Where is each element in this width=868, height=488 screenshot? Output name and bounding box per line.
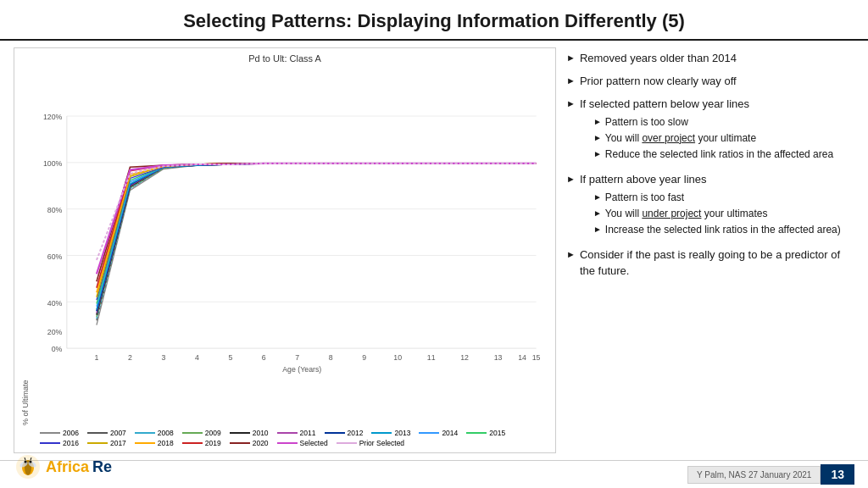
sub-bullet-arrow-4-1: ► bbox=[593, 191, 602, 204]
svg-text:0%: 0% bbox=[52, 345, 63, 353]
svg-text:4: 4 bbox=[195, 353, 199, 362]
svg-text:7: 7 bbox=[295, 353, 299, 362]
svg-text:80%: 80% bbox=[47, 206, 63, 214]
legend-2020: 2020 bbox=[230, 439, 269, 447]
bee-logo-icon bbox=[14, 452, 42, 481]
legend-2018: 2018 bbox=[135, 439, 174, 447]
bullet-3: ► If selected pattern below year lines ►… bbox=[566, 97, 854, 165]
svg-text:60%: 60% bbox=[47, 252, 63, 261]
svg-text:8: 8 bbox=[329, 353, 333, 362]
legend-line-2012 bbox=[325, 432, 345, 434]
legend-line-prior-selected bbox=[337, 442, 357, 444]
bullet-arrow-3: ► bbox=[566, 97, 576, 111]
legend-line-2009 bbox=[182, 432, 203, 434]
svg-text:5: 5 bbox=[228, 353, 232, 362]
svg-point-35 bbox=[25, 461, 27, 463]
legend-line-2010 bbox=[230, 432, 250, 434]
svg-point-36 bbox=[30, 461, 32, 463]
legend-2008: 2008 bbox=[135, 429, 174, 437]
sub-bullet-text-3-2: You will over project your ultimate bbox=[605, 131, 756, 146]
legend-line-2016 bbox=[40, 442, 60, 444]
sub-bullet-text-3-1: Pattern is too slow bbox=[605, 115, 688, 130]
header: Selecting Patterns: Displaying Informati… bbox=[0, 0, 868, 41]
chart-wrapper: % of Ultimate 120% 100% bbox=[19, 67, 550, 425]
sub-bullet-arrow-4-2: ► bbox=[593, 208, 602, 220]
svg-text:40%: 40% bbox=[47, 299, 63, 308]
chart-inner: 120% 100% 80% 60% 40% 20% 0% 1 2 3 4 5 6 bbox=[30, 67, 550, 425]
sub-bullets-3: ► Pattern is too slow ► You will over pr… bbox=[593, 115, 833, 163]
bullet-block-3: If selected pattern below year lines ► P… bbox=[580, 97, 833, 165]
legend-line-2020 bbox=[230, 442, 250, 444]
legend-2013: 2013 bbox=[371, 429, 410, 437]
right-panel: ► Removed years older than 2014 ► Prior … bbox=[566, 47, 854, 453]
sub-bullet-3-2: ► You will over project your ultimate bbox=[593, 131, 833, 146]
bullet-text-5: Consider if the past is really going to … bbox=[580, 247, 854, 280]
sub-bullet-text-3-3: Reduce the selected link ratios in the a… bbox=[605, 147, 833, 162]
legend-2019: 2019 bbox=[182, 439, 221, 447]
legend-2015: 2015 bbox=[466, 429, 505, 437]
sub-bullet-3-3: ► Reduce the selected link ratios in the… bbox=[593, 147, 833, 162]
legend-line-selected bbox=[277, 442, 298, 444]
y-axis-label: % of Ultimate bbox=[19, 67, 30, 425]
legend-line-2007 bbox=[87, 432, 108, 434]
legend-line-2011 bbox=[277, 432, 298, 434]
page-title: Selecting Patterns: Displaying Informati… bbox=[17, 10, 851, 32]
svg-text:6: 6 bbox=[262, 353, 266, 362]
bullet-text-2: Prior pattern now clearly way off bbox=[580, 74, 737, 90]
page: Selecting Patterns: Displaying Informati… bbox=[0, 0, 868, 488]
legend-2017: 2017 bbox=[87, 439, 126, 447]
bullet-arrow-5: ► bbox=[566, 248, 576, 262]
svg-text:11: 11 bbox=[427, 353, 436, 362]
svg-text:12: 12 bbox=[460, 353, 469, 362]
svg-text:2: 2 bbox=[128, 353, 132, 362]
legend-line-2008 bbox=[135, 432, 155, 434]
legend-line-2019 bbox=[182, 442, 203, 444]
bullet-2: ► Prior pattern now clearly way off bbox=[566, 74, 854, 90]
sub-bullet-arrow-3-3: ► bbox=[593, 148, 602, 161]
bullet-arrow-2: ► bbox=[566, 75, 576, 88]
main-content: Pd to Ult: Class A % of Ultimate bbox=[0, 41, 868, 460]
svg-text:10: 10 bbox=[393, 353, 402, 362]
legend-line-2014 bbox=[419, 432, 439, 434]
bullet-5: ► Consider if the past is really going t… bbox=[566, 247, 854, 280]
legend-2006: 2006 bbox=[40, 429, 79, 437]
logo-re: Re bbox=[92, 458, 112, 476]
page-number: 13 bbox=[821, 464, 854, 485]
legend-2012: 2012 bbox=[325, 429, 364, 437]
svg-text:20%: 20% bbox=[47, 328, 63, 336]
svg-text:1: 1 bbox=[94, 353, 98, 362]
bullet-block-4: If pattern above year lines ► Pattern is… bbox=[580, 172, 841, 241]
svg-text:100%: 100% bbox=[43, 159, 63, 168]
legend-2007: 2007 bbox=[87, 429, 126, 437]
chart-legend: 2006 2007 2008 2009 2010 bbox=[19, 425, 550, 447]
footer-info: Y Palm, NAS 27 January 2021 bbox=[687, 466, 821, 484]
sub-bullet-3-1: ► Pattern is too slow bbox=[593, 115, 833, 130]
sub-bullet-4-1: ► Pattern is too fast bbox=[593, 191, 841, 205]
logo-africa: Africa bbox=[46, 458, 89, 476]
sub-bullet-4-3: ► Increase the selected link ratios in t… bbox=[593, 223, 841, 237]
bullet-text-4: If pattern above year lines bbox=[580, 173, 707, 186]
legend-2011: 2011 bbox=[277, 429, 316, 437]
legend-2014: 2014 bbox=[419, 429, 458, 437]
bullet-text-3: If selected pattern below year lines bbox=[580, 97, 749, 110]
sub-bullet-text-4-3: Increase the selected link ratios in the… bbox=[605, 223, 841, 237]
legend-line-2013 bbox=[371, 432, 392, 434]
svg-text:14: 14 bbox=[518, 353, 526, 362]
sub-bullets-4: ► Pattern is too fast ► You will under p… bbox=[593, 191, 841, 238]
chart-title: Pd to Ult: Class A bbox=[19, 53, 550, 64]
svg-text:13: 13 bbox=[494, 353, 503, 362]
bullet-text-1: Removed years older than 2014 bbox=[580, 51, 737, 67]
legend-line-2006 bbox=[40, 432, 60, 434]
chart-area: Pd to Ult: Class A % of Ultimate bbox=[14, 47, 556, 453]
legend-2010: 2010 bbox=[230, 429, 269, 437]
svg-text:3: 3 bbox=[161, 353, 165, 362]
footer: Africa Re Y Palm, NAS 27 January 2021 13 bbox=[0, 460, 868, 488]
sub-bullet-4-2: ► You will under project your ultimates bbox=[593, 207, 841, 221]
legend-selected: Selected bbox=[277, 439, 328, 447]
legend-line-2018 bbox=[135, 442, 155, 444]
chart-svg: 120% 100% 80% 60% 40% 20% 0% 1 2 3 4 5 6 bbox=[30, 67, 550, 425]
legend-prior-selected: Prior Selected bbox=[337, 439, 404, 447]
legend-2016: 2016 bbox=[40, 439, 79, 447]
sub-bullet-arrow-4-3: ► bbox=[593, 224, 602, 236]
svg-text:9: 9 bbox=[362, 353, 366, 362]
